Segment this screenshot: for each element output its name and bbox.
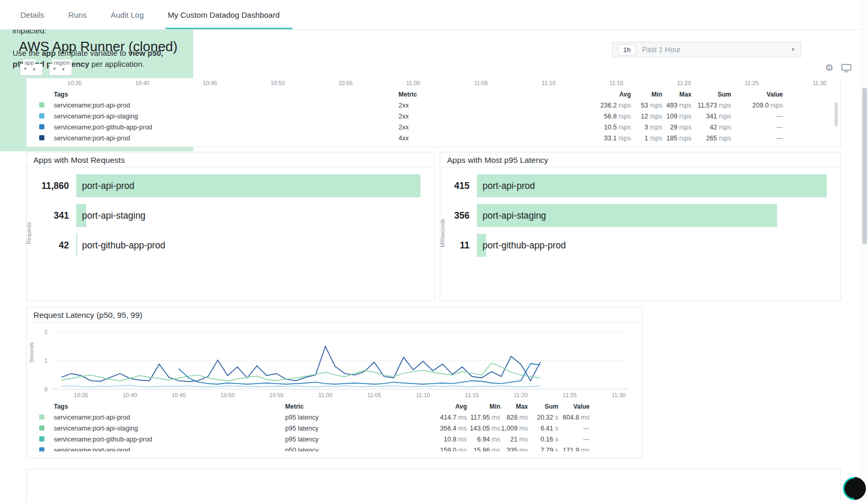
template-var-app[interactable]: app*▼ <box>20 64 43 76</box>
legend-value: — <box>558 425 590 432</box>
template-var-value: * <box>53 66 56 74</box>
legend-tag: servicename:port-api-prod <box>54 447 285 452</box>
legend-col-max: Max <box>662 91 691 98</box>
legend-row[interactable]: servicename:port-api-prodp95 latency414.… <box>27 412 642 423</box>
y-tick: 2 <box>44 329 48 335</box>
toplist-row-port-github-app-prod[interactable]: 11port-github-app-prod <box>440 234 827 257</box>
y-axis-label: Seconds <box>29 335 34 371</box>
legend-scrollbar[interactable] <box>835 102 838 126</box>
toplist-value: 415 <box>440 181 477 192</box>
legend-value: 33.1 rsps <box>571 135 631 142</box>
time-range-badge[interactable]: 1h <box>618 44 636 55</box>
template-var-region[interactable]: region*▼ <box>49 64 72 76</box>
x-tick: 10:40 <box>135 80 150 86</box>
legend-col-min: Min <box>631 91 662 98</box>
series-swatch <box>39 436 44 442</box>
legend-col-sum: Sum <box>528 403 558 410</box>
x-tick: 10:50 <box>271 80 285 86</box>
legend-col-avg: Avg <box>412 403 467 410</box>
tab-audit-log[interactable]: Audit Log <box>110 10 145 29</box>
toplist-row-port-api-prod[interactable]: 415port-api-prod <box>440 174 827 197</box>
toplist-label: port-api-staging <box>82 210 146 221</box>
bottom-panel-cutoff <box>26 469 841 501</box>
chevron-down-icon: ▼ <box>61 67 66 72</box>
panel-title: Request Latency (p50, 95, 99) <box>27 307 642 323</box>
legend-row[interactable]: servicename:port-api-stagingp95 latency3… <box>27 423 642 434</box>
x-tick: 10:55 <box>338 80 353 86</box>
legend-tag: servicename:port-api-staging <box>54 113 398 120</box>
series-swatch <box>39 135 44 140</box>
latency-plot-area: Seconds 210 10:3510:4010:4510:5010:5511:… <box>27 323 642 401</box>
legend-value: — <box>731 135 783 142</box>
toplist-row-port-api-prod[interactable]: 11,860port-api-prod <box>27 174 420 197</box>
time-range-label: Past 1 Hour <box>642 45 784 54</box>
x-tick: 11:00 <box>406 80 420 86</box>
toplist-row-port-github-app-prod[interactable]: 42port-github-app-prod <box>27 234 420 257</box>
legend-value: — <box>731 124 783 131</box>
legend-metric: p95 latency <box>285 436 412 443</box>
toplist-bar[interactable] <box>76 234 77 257</box>
legend-value: 185 rsps <box>662 135 691 142</box>
x-tick: 10:35 <box>67 80 82 86</box>
legend-value: 171.9 ms <box>558 447 590 452</box>
tab-bar: DetailsRunsAudit LogMy Custom Datadog Da… <box>0 0 861 30</box>
scrollbar-thumb[interactable] <box>862 88 867 244</box>
tab-details[interactable]: Details <box>19 10 45 29</box>
legend-metric: 4xx <box>398 135 571 142</box>
tab-runs[interactable]: Runs <box>67 10 88 29</box>
toplist-row-port-api-staging[interactable]: 341port-api-staging <box>27 204 420 227</box>
legend-col-tags: Tags <box>54 403 285 410</box>
panel-apps-most-p95-latency: Apps with Most p95 Latency Milliseconds … <box>440 152 841 301</box>
panel-request-latency: Request Latency (p50, 95, 99) Seconds 21… <box>26 307 642 458</box>
series-swatch <box>39 425 44 431</box>
x-tick: 11:00 <box>319 392 333 398</box>
x-tick: 11:15 <box>609 80 624 86</box>
top-chart-legend: TagsMetricAvgMinMaxSumValueservicename:p… <box>27 89 840 144</box>
toplist-bar-area: port-github-app-prod <box>76 234 420 257</box>
legend-value: 7.79 s <box>528 447 558 452</box>
legend-col-metric: Metric <box>398 91 571 98</box>
legend-value: 6.94 ms <box>467 436 500 443</box>
legend-row[interactable]: servicename:port-api-prodp50 latency159.… <box>27 445 642 451</box>
legend-row[interactable]: servicename:port-api-prod4xx33.1 rsps1 r… <box>27 133 840 144</box>
legend-value: 12 rsps <box>631 113 662 120</box>
toplist-bar-area: port-api-prod <box>76 174 420 197</box>
legend-row[interactable]: servicename:port-github-app-prod2xx10.5 … <box>27 122 840 133</box>
legend-value: 10.8 ms <box>412 436 467 443</box>
time-range-picker[interactable]: 1h Past 1 Hour ▼ <box>612 42 801 57</box>
legend-value: 11,573 rsps <box>691 102 731 109</box>
template-var-value: * <box>24 66 27 74</box>
latency-line-chart[interactable] <box>52 328 628 389</box>
series-swatch <box>39 113 44 118</box>
panel-title: Apps with Most Requests <box>27 152 434 168</box>
x-tick: 11:30 <box>813 80 827 86</box>
tv-screen-icon[interactable] <box>841 64 851 73</box>
series-swatch <box>39 124 44 129</box>
legend-metric: p50 latency <box>285 447 412 452</box>
legend-col-min: Min <box>467 403 500 410</box>
page-scrollbar[interactable] <box>861 0 868 501</box>
legend-value: 3 rsps <box>631 124 662 131</box>
x-tick: 11:10 <box>542 80 556 86</box>
legend-col-sum: Sum <box>691 91 731 98</box>
x-tick: 10:50 <box>220 392 235 398</box>
legend-tag: servicename:port-api-staging <box>54 425 285 432</box>
gear-icon[interactable]: ⚙ <box>825 63 834 73</box>
y-axis-label: Requests <box>26 212 32 254</box>
toplist-label: port-github-app-prod <box>483 240 566 251</box>
legend-row[interactable]: servicename:port-api-staging2xx56.8 rsps… <box>27 111 840 122</box>
tab-my-custom-datadog-dashboard[interactable]: My Custom Datadog Dashboard <box>167 10 280 29</box>
panel-apps-most-requests: Apps with Most Requests Requests 11,860p… <box>26 152 435 301</box>
legend-value: 159.0 ms <box>412 447 467 452</box>
legend-row[interactable]: servicename:port-github-app-prodp95 late… <box>27 434 642 445</box>
series-line-p95-latency-servicename-port-api-prod <box>62 347 541 382</box>
toplist-row-port-api-staging[interactable]: 356port-api-staging <box>440 204 827 227</box>
series-line-p95-latency-servicename-port-api-staging <box>62 363 541 381</box>
y-tick: 0 <box>44 386 48 392</box>
legend-value: 53 rsps <box>631 102 662 109</box>
x-axis-ticks: 10:3510:4010:4510:5010:5511:0011:0511:10… <box>52 392 628 400</box>
y-axis-label: Milliseconds <box>440 212 445 254</box>
legend-value: 117.95 ms <box>467 414 500 421</box>
panel-title: Apps with Most p95 Latency <box>440 152 840 168</box>
legend-row[interactable]: servicename:port-api-prod2xx236.2 rsps53… <box>27 100 840 111</box>
